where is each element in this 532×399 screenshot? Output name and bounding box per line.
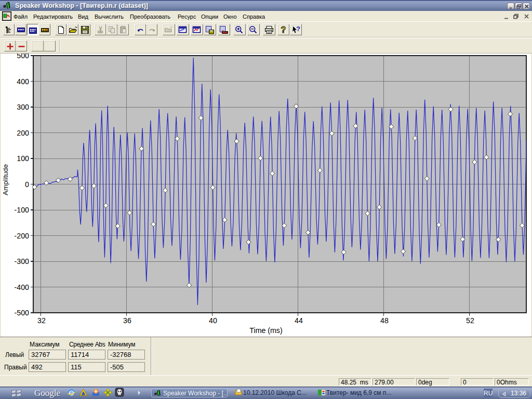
svg-text:32: 32 [37, 316, 46, 325]
svg-text:36: 36 [123, 316, 131, 325]
svg-text:-300: -300 [15, 257, 30, 265]
svg-text:52: 52 [466, 316, 474, 325]
svg-text:500: 500 [17, 54, 29, 60]
svg-text:200: 200 [17, 129, 29, 137]
svg-text:Time (ms): Time (ms) [249, 326, 282, 335]
svg-text:-500: -500 [15, 309, 30, 317]
svg-text:44: 44 [295, 316, 303, 325]
svg-text:?: ? [296, 25, 300, 33]
svg-text:100: 100 [17, 154, 29, 163]
svg-text:0: 0 [25, 180, 29, 189]
svg-text:-200: -200 [15, 232, 30, 240]
svg-text:300: 300 [17, 103, 29, 111]
svg-text:?: ? [281, 25, 286, 34]
svg-text:-400: -400 [15, 283, 30, 291]
svg-text:-100: -100 [15, 206, 30, 214]
svg-text:Amplitude: Amplitude [2, 164, 9, 195]
svg-text:40: 40 [209, 316, 217, 325]
svg-text:400: 400 [17, 77, 29, 86]
svg-text:48: 48 [380, 316, 389, 325]
